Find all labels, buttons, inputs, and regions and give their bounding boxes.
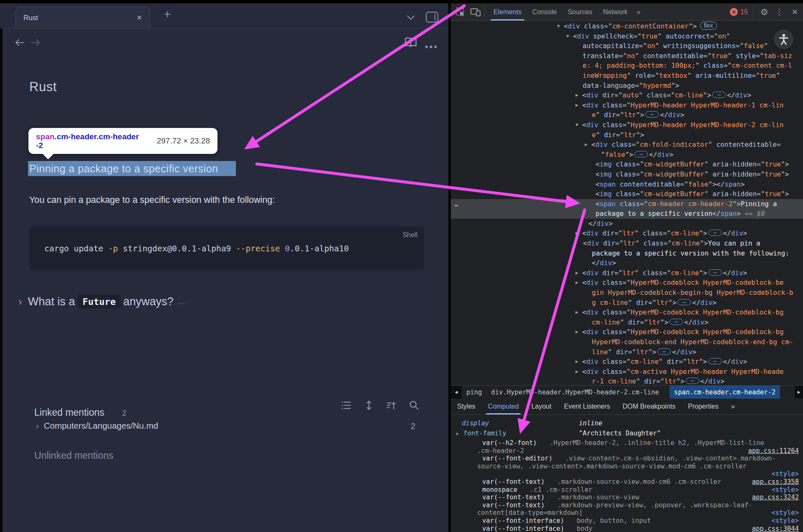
dom-tree-line[interactable]: cm-line" dir="ltr">⋯</div> [451, 317, 803, 327]
twisty-icon[interactable]: ▶ [575, 228, 582, 238]
twisty-icon[interactable]: ▶ [575, 90, 582, 100]
dom-tree-line[interactable]: ▶<div class="cm-active HyperMD-header Hy… [451, 367, 803, 377]
inspect-element-icon[interactable] [455, 7, 466, 18]
computed-trace-line[interactable]: var(--font-interface)bodyapp.css:3044 [451, 525, 803, 532]
chevron-down-icon[interactable] [407, 14, 415, 22]
twisty-icon[interactable]: ▶ [575, 307, 582, 317]
dom-tree-line[interactable]: ▶<div class="HyperMD-codeblock HyperMD-c… [451, 278, 803, 288]
ellipsis-expand-badge[interactable]: ⋯ [670, 319, 683, 325]
devtools-tab-elements[interactable]: Elements [488, 3, 527, 20]
twisty-icon[interactable]: ▶ [575, 100, 582, 110]
dom-tree-line[interactable]: ▼<div spellcheck="true" autocorrect="on" [451, 31, 803, 41]
dom-tree-line[interactable]: ▼<div class="HyperMD-header HyperMD-head… [451, 120, 803, 130]
linked-mention-item[interactable]: › Computers/Languages/Nu.md [36, 421, 158, 431]
more-options-icon[interactable]: ••• [425, 41, 438, 52]
collapsed-heading[interactable]: › What is a Future anyways? … [18, 295, 185, 309]
breadcrumb-item[interactable]: ping [462, 386, 486, 399]
style-source-link[interactable]: app.css:11264 [748, 447, 799, 455]
dom-tree-line[interactable]: HyperMD-codeblock-end HyperMD-codeblock-… [451, 337, 803, 347]
computed-trace-line[interactable]: var(--font-editor).view-content>.cm-s-ob… [451, 455, 803, 463]
style-source-link[interactable]: <style> [772, 517, 799, 525]
ellipsis-expand-badge[interactable]: ⋯ [678, 299, 691, 305]
devtools-tab-console[interactable]: Console [527, 3, 563, 20]
accessibility-overlay-icon[interactable] [774, 29, 794, 49]
computed-trace-line[interactable]: var(--font-text).markdown-source-view.mo… [451, 478, 803, 486]
computed-trace-line[interactable]: var(--h2-font).HyperMD-header-2, .inline… [451, 439, 803, 447]
dom-tree-line[interactable]: ▶<div dir="ltr" class="cm-line">⋯</div> [451, 268, 803, 278]
twisty-icon[interactable]: ▶ [575, 357, 582, 367]
tab-close-icon[interactable]: ✕ [137, 14, 142, 22]
back-button[interactable] [14, 38, 25, 49]
computed-trace-line[interactable]: content[data-type=markdown]<style> [451, 509, 803, 517]
node-menu-dots-icon[interactable]: … [454, 199, 459, 209]
panel-tab-properties[interactable]: Properties [682, 398, 725, 414]
breadcrumb-scroll-right[interactable]: ▶ [795, 386, 803, 399]
dom-tree-line[interactable]: e" dir="ltr"> [451, 130, 803, 140]
kebab-menu-icon[interactable]: ⋮ [772, 7, 787, 17]
dom-tree-line[interactable]: autocapitalize="on" writingsuggestions="… [451, 41, 803, 51]
tab-rust[interactable]: Rust ✕ [15, 7, 150, 28]
reading-mode-icon[interactable] [404, 36, 417, 50]
twisty-icon[interactable]: ▼ [557, 21, 564, 31]
panel-tab-styles[interactable]: Styles [451, 398, 482, 414]
dom-tree-line[interactable]: <img class="cm-widgetBuffer" aria-hidden… [451, 159, 803, 169]
devtools-tab-network[interactable]: Network [598, 3, 633, 20]
dom-tree-line[interactable]: ▶<div class="cm-fold-indicator" contente… [451, 140, 803, 150]
style-source-link[interactable]: app.css:3358 [752, 478, 799, 486]
sort-icon[interactable] [386, 400, 397, 412]
dom-tree-line[interactable]: package to a specific version</span> == … [451, 209, 803, 219]
computed-trace-line[interactable]: <style> [451, 470, 803, 478]
computed-trace-line[interactable]: monospace.c1 .cm-scroller<style> [451, 486, 803, 494]
dom-tree-line[interactable]: <span contenteditable="false"></span> [451, 179, 803, 189]
dom-tree-line[interactable]: e" dir="ltr">⋯</div> [451, 110, 803, 120]
dom-tree-line[interactable]: ▶<div dir="ltr" class="cm-line">⋯</div> [451, 228, 803, 238]
sidebar-toggle-icon[interactable] [425, 11, 439, 25]
ellipsis-expand-badge[interactable]: ⋯ [686, 378, 699, 384]
dom-tree-line[interactable]: </div> [451, 258, 803, 268]
dom-tree-line[interactable]: <img class="cm-widgetBuffer" aria-hidden… [451, 189, 803, 199]
twisty-icon[interactable]: ▶ [575, 367, 582, 377]
new-tab-button[interactable]: + [164, 8, 171, 21]
ellipsis-expand-badge[interactable]: ⋯ [712, 92, 726, 98]
style-source-link[interactable]: app.css:3044 [752, 525, 799, 532]
fold-ellipsis[interactable]: … [178, 297, 185, 306]
twisty-icon[interactable]: ▶ [585, 140, 591, 150]
devtools-close-icon[interactable]: ✕ [787, 8, 803, 17]
dom-tree-line[interactable]: "false">⋯</div> [451, 150, 803, 160]
computed-trace-line[interactable]: var(--font-text).markdown-preview-view, … [451, 501, 803, 509]
twisty-icon[interactable]: ▼ [566, 31, 573, 41]
forward-button[interactable] [30, 38, 41, 49]
ellipsis-expand-badge[interactable]: ⋯ [645, 111, 659, 118]
dom-tree-line[interactable]: ineWrapping" role="textbox" aria-multili… [451, 71, 803, 81]
search-icon[interactable] [409, 400, 419, 412]
style-source-link[interactable]: <style> [772, 509, 799, 517]
dom-tree-line[interactable]: <img class="cm-widgetBuffer" aria-hidden… [451, 169, 803, 179]
twisty-icon[interactable]: ▶ [575, 327, 582, 337]
dom-tree-line[interactable]: <div dir="ltr" class="cm-line">You can p… [451, 238, 803, 248]
device-toolbar-icon[interactable] [470, 7, 481, 18]
breadcrumb-item[interactable]: span.cm-header.cm-header-2 [670, 386, 780, 399]
style-source-link[interactable]: app.css:3242 [752, 494, 799, 501]
gear-icon[interactable]: ⚙ [757, 7, 772, 17]
dom-tree-line[interactable]: ▶<div class="HyperMD-codeblock HyperMD-c… [451, 327, 803, 337]
ellipsis-expand-badge[interactable]: ⋯ [708, 230, 722, 236]
dom-tree-line[interactable]: gin HyperMD-codeblock-begin-bg HyperMD-c… [451, 288, 803, 298]
style-source-link[interactable]: <style> [772, 470, 799, 478]
computed-property-row[interactable]: displayinline [451, 418, 803, 428]
panel-tab-layout[interactable]: Layout [525, 398, 557, 414]
twisty-icon[interactable]: ▶ [575, 268, 582, 278]
expand-collapse-icon[interactable] [363, 400, 374, 412]
inspected-heading[interactable]: Pinning a package to a specific version [28, 161, 236, 176]
fold-chevron-icon[interactable]: › [18, 295, 22, 308]
ellipsis-expand-badge[interactable]: ⋯ [708, 358, 722, 364]
computed-trace-line[interactable]: var(--font-text).markdown-source-viewapp… [451, 494, 803, 501]
dom-tree-line[interactable]: ▼<div class="cm-contentContainer">flex [451, 21, 803, 31]
twisty-icon[interactable]: ▼ [575, 120, 582, 130]
panel-more-tabs-chevron[interactable]: » [725, 398, 741, 414]
panel-tab-event-listeners[interactable]: Event Listeners [557, 398, 616, 414]
dom-tree-line[interactable]: translate="no" contenteditable="true" st… [451, 51, 803, 61]
devtools-tab-sources[interactable]: Sources [562, 3, 598, 20]
list-view-icon[interactable] [341, 400, 352, 412]
dom-tree-line[interactable]: e: 4; padding-bottom: 100px;" class="cm-… [451, 61, 803, 71]
computed-trace-line[interactable]: var(--font-interface)body, button, input… [451, 517, 803, 525]
